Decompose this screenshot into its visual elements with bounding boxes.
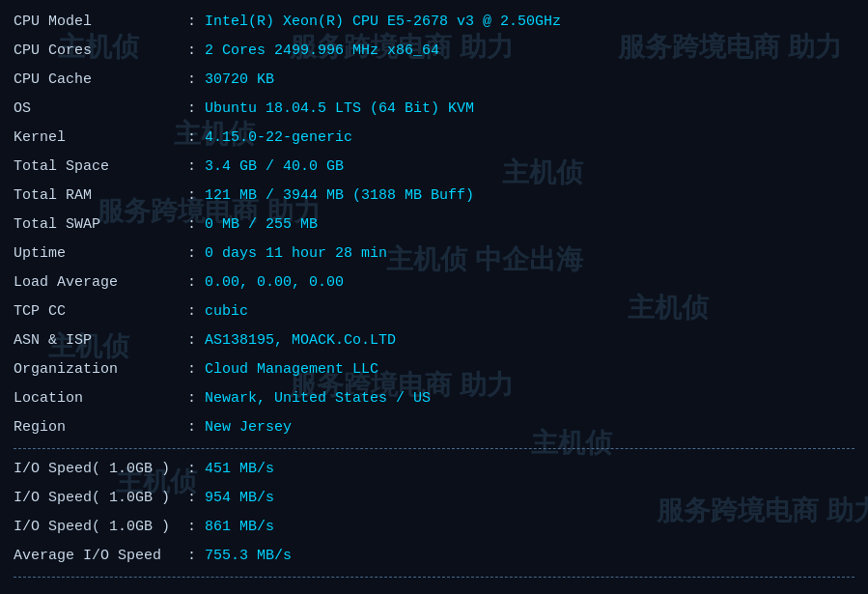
- row-value: cubic: [205, 300, 248, 324]
- table-row: CPU Cache : 30720 KB: [14, 66, 854, 95]
- table-row: Uptime : 0 days 11 hour 28 min: [14, 240, 854, 269]
- row-label: Kernel: [14, 127, 187, 150]
- row-colon: :: [187, 487, 197, 510]
- row-label: I/O Speed( 1.0GB ): [14, 458, 187, 481]
- row-value: Ubuntu 18.04.5 LTS (64 Bit) KVM: [205, 98, 474, 121]
- row-colon: :: [187, 271, 197, 295]
- table-row: TCP CC : cubic: [14, 297, 854, 326]
- row-colon: :: [187, 300, 197, 324]
- info-rows-section: CPU Model : Intel(R) Xeon(R) CPU E5-2678…: [14, 8, 854, 442]
- row-value: AS138195, MOACK.Co.LTD: [205, 329, 396, 353]
- row-colon: :: [187, 545, 197, 568]
- row-colon: :: [187, 127, 197, 150]
- divider-1: [14, 448, 854, 449]
- io-rows-section: I/O Speed( 1.0GB ) : 451 MB/s I/O Speed(…: [14, 455, 854, 571]
- row-colon: :: [187, 458, 197, 481]
- table-row: OS : Ubuntu 18.04.5 LTS (64 Bit) KVM: [14, 95, 854, 124]
- row-value: 0 MB / 255 MB: [205, 213, 318, 237]
- row-value: 121 MB / 3944 MB (3188 MB Buff): [205, 184, 474, 208]
- row-colon: :: [187, 416, 197, 439]
- row-label: CPU Model: [14, 11, 187, 34]
- table-row: Total Space : 3.4 GB / 40.0 GB: [14, 153, 854, 182]
- divider-2: [14, 577, 854, 578]
- table-row: Region : New Jersey: [14, 413, 854, 442]
- table-row: CPU Cores : 2 Cores 2499.996 MHz x86_64: [14, 37, 854, 66]
- row-colon: :: [187, 329, 197, 353]
- row-colon: :: [187, 358, 197, 382]
- row-label: TCP CC: [14, 300, 187, 324]
- row-value: 0 days 11 hour 28 min: [205, 242, 387, 266]
- row-colon: :: [187, 184, 197, 208]
- table-row: Total SWAP : 0 MB / 255 MB: [14, 211, 854, 240]
- row-label: Total Space: [14, 156, 187, 179]
- row-value: 755.3 MB/s: [205, 545, 292, 568]
- row-colon: :: [187, 516, 197, 539]
- row-label: Region: [14, 416, 187, 439]
- row-label: I/O Speed( 1.0GB ): [14, 516, 187, 539]
- row-label: Location: [14, 387, 187, 410]
- row-label: I/O Speed( 1.0GB ): [14, 487, 187, 510]
- table-row: ASN & ISP : AS138195, MOACK.Co.LTD: [14, 326, 854, 355]
- row-label: Load Average: [14, 271, 187, 295]
- row-label: Uptime: [14, 242, 187, 266]
- row-value: Intel(R) Xeon(R) CPU E5-2678 v3 @ 2.50GH…: [205, 11, 561, 34]
- row-value: New Jersey: [205, 416, 292, 439]
- table-row: I/O Speed( 1.0GB ) : 954 MB/s: [14, 484, 854, 513]
- table-row: Location : Newark, United States / US: [14, 384, 854, 413]
- row-label: CPU Cache: [14, 69, 187, 92]
- row-value: Newark, United States / US: [205, 387, 431, 410]
- row-value: 861 MB/s: [205, 516, 274, 539]
- table-row: Load Average : 0.00, 0.00, 0.00: [14, 269, 854, 297]
- row-colon: :: [187, 387, 197, 410]
- row-label: OS: [14, 98, 187, 121]
- row-label: CPU Cores: [14, 40, 187, 63]
- table-row: Total RAM : 121 MB / 3944 MB (3188 MB Bu…: [14, 182, 854, 211]
- table-row: Organization : Cloud Management LLC: [14, 355, 854, 384]
- row-label: Total RAM: [14, 184, 187, 208]
- system-info-container: CPU Model : Intel(R) Xeon(R) CPU E5-2678…: [0, 0, 868, 591]
- row-value: 954 MB/s: [205, 487, 274, 510]
- row-label: Average I/O Speed: [14, 545, 187, 568]
- row-value: 2 Cores 2499.996 MHz x86_64: [205, 40, 439, 63]
- table-row: I/O Speed( 1.0GB ) : 861 MB/s: [14, 513, 854, 542]
- row-value: 30720 KB: [205, 69, 274, 92]
- table-row: CPU Model : Intel(R) Xeon(R) CPU E5-2678…: [14, 8, 854, 37]
- row-value: Cloud Management LLC: [205, 358, 378, 382]
- row-value: 4.15.0-22-generic: [205, 127, 352, 150]
- table-row: I/O Speed( 1.0GB ) : 451 MB/s: [14, 455, 854, 484]
- row-label: Organization: [14, 358, 187, 382]
- row-colon: :: [187, 156, 197, 179]
- table-row: Kernel : 4.15.0-22-generic: [14, 124, 854, 153]
- row-label: Total SWAP: [14, 213, 187, 237]
- row-colon: :: [187, 98, 197, 121]
- row-colon: :: [187, 242, 197, 266]
- row-value: 0.00, 0.00, 0.00: [205, 271, 344, 295]
- row-colon: :: [187, 213, 197, 237]
- table-row: Average I/O Speed : 755.3 MB/s: [14, 542, 854, 571]
- row-value: 3.4 GB / 40.0 GB: [205, 156, 344, 179]
- row-colon: :: [187, 69, 197, 92]
- row-value: 451 MB/s: [205, 458, 274, 481]
- row-label: ASN & ISP: [14, 329, 187, 353]
- row-colon: :: [187, 11, 197, 34]
- row-colon: :: [187, 40, 197, 63]
